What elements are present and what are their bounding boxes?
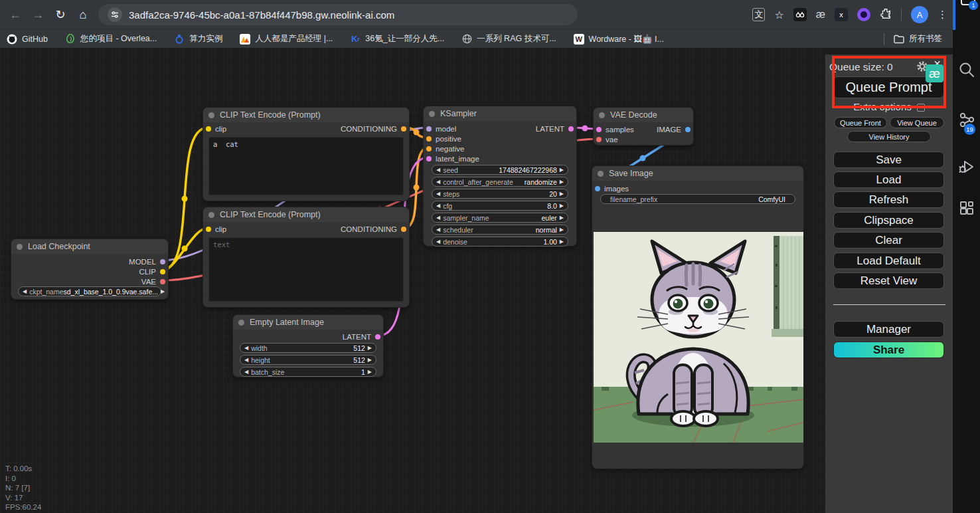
- view-history-button[interactable]: View History: [847, 131, 931, 142]
- bookmark-wordware[interactable]: W Wordware - 🖼🤖 I...: [574, 34, 664, 45]
- port-clip-out[interactable]: CLIP: [139, 268, 168, 276]
- width-widget[interactable]: ◀width512▶: [240, 343, 376, 353]
- latent-port-dot[interactable]: [568, 126, 574, 132]
- latent-port-dot[interactable]: [426, 156, 432, 161]
- node-clip-text-encode-positive[interactable]: CLIP Text Encode (Prompt) clip CONDITION…: [203, 107, 410, 201]
- port-samples-in[interactable]: samples: [594, 126, 634, 134]
- site-settings-icon[interactable]: [108, 7, 122, 22]
- collapse-dot[interactable]: [598, 171, 604, 177]
- bookmark-pm-site[interactable]: 人人都是产品经理 |...: [240, 33, 333, 45]
- forward-icon[interactable]: →: [27, 8, 49, 22]
- view-queue-button[interactable]: View Queue: [890, 117, 944, 128]
- model-port-dot[interactable]: [426, 126, 432, 132]
- port-model-out[interactable]: MODEL: [129, 258, 168, 266]
- collapse-dot[interactable]: [208, 212, 214, 218]
- node-title-bar[interactable]: CLIP Text Encode (Prompt): [203, 207, 409, 222]
- bookmark-compute-instance[interactable]: 算力实例: [174, 33, 222, 45]
- port-latent-out[interactable]: LATENT: [343, 333, 383, 341]
- vae-port-dot[interactable]: [160, 279, 165, 284]
- menu-kebab-icon[interactable]: ⋮: [938, 9, 947, 21]
- node-save-image[interactable]: Save Image images filename_prefix ComfyU…: [592, 165, 804, 469]
- control-after-generate-widget[interactable]: ◀control_after_generaterandomize▶: [432, 177, 568, 187]
- clip-port-dot[interactable]: [160, 269, 165, 274]
- extra-options-checkbox[interactable]: [917, 104, 925, 112]
- image-port-dot[interactable]: [685, 127, 691, 132]
- conditioning-port-dot[interactable]: [426, 146, 432, 152]
- clear-button[interactable]: Clear: [833, 232, 944, 249]
- collapse-dot[interactable]: [238, 320, 244, 326]
- vae-port-dot[interactable]: [596, 137, 602, 142]
- binoculars-extension-icon[interactable]: [793, 8, 807, 21]
- node-title-bar[interactable]: VAE Decode: [594, 108, 693, 122]
- cfg-widget[interactable]: ◀cfg8.0▶: [432, 201, 568, 211]
- clipspace-button[interactable]: Clipspace: [833, 212, 944, 229]
- collapse-dot[interactable]: [17, 244, 23, 250]
- port-latent-image-in[interactable]: latent_image: [424, 155, 479, 163]
- port-positive-in[interactable]: positive: [424, 135, 461, 143]
- denoise-widget[interactable]: ◀denoise1.00▶: [432, 237, 568, 247]
- blocks-sidebar-icon[interactable]: [958, 199, 975, 217]
- node-clip-text-encode-negative[interactable]: CLIP Text Encode (Prompt) clip CONDITION…: [203, 207, 410, 308]
- node-title-bar[interactable]: Empty Latent Image: [233, 315, 383, 330]
- prompt-textarea[interactable]: a cat: [208, 137, 404, 195]
- node-title-bar[interactable]: Load Checkpoint: [11, 239, 168, 254]
- address-bar[interactable]: 3adfa2ca-9746-45bc-a0a1-87b84f447b98.gw.…: [98, 4, 578, 25]
- load-default-button[interactable]: Load Default: [833, 253, 944, 269]
- sampler-name-widget[interactable]: ◀sampler_nameeuler▶: [432, 213, 568, 223]
- port-vae-in[interactable]: vae: [594, 136, 618, 144]
- conditioning-port-dot[interactable]: [401, 126, 406, 132]
- node-load-checkpoint[interactable]: Load Checkpoint MODEL CLIP VAE ◀ ckpt_na…: [11, 239, 169, 300]
- node-title-bar[interactable]: Save Image: [592, 166, 803, 181]
- height-widget[interactable]: ◀height512▶: [240, 355, 376, 365]
- collapse-dot[interactable]: [599, 112, 605, 118]
- node-graph-canvas[interactable]: Load Checkpoint MODEL CLIP VAE ◀ ckpt_na…: [0, 48, 825, 513]
- share-button[interactable]: Share: [833, 342, 944, 358]
- filename-prefix-widget[interactable]: filename_prefix ComfyUI: [600, 194, 795, 204]
- port-conditioning-out[interactable]: CONDITIONING: [341, 225, 409, 233]
- debug-run-sidebar-icon[interactable]: [958, 158, 975, 175]
- reload-icon[interactable]: ↻: [49, 7, 72, 22]
- queue-front-button[interactable]: Queue Front: [834, 117, 887, 128]
- home-icon[interactable]: ⌂: [72, 8, 94, 22]
- conditioning-port-dot[interactable]: [426, 136, 432, 142]
- clip-port-dot[interactable]: [206, 227, 211, 232]
- port-image-out[interactable]: IMAGE: [657, 126, 693, 134]
- node-title-bar[interactable]: KSampler: [424, 106, 576, 121]
- node-ksampler[interactable]: KSampler model positive negative latent_…: [423, 106, 577, 247]
- bookmark-star-icon[interactable]: ☆: [774, 9, 783, 21]
- port-model-in[interactable]: model: [424, 125, 456, 133]
- collapse-dot[interactable]: [429, 111, 435, 117]
- prev-arrow-icon[interactable]: ◀: [23, 289, 27, 294]
- translate-icon[interactable]: 文: [752, 8, 765, 21]
- latent-port-dot[interactable]: [596, 127, 602, 132]
- clip-port-dot[interactable]: [206, 126, 211, 132]
- node-vae-decode[interactable]: VAE Decode samples vae IMAGE: [593, 107, 694, 146]
- monica-extension-icon[interactable]: [857, 8, 870, 21]
- conditioning-port-dot[interactable]: [401, 227, 406, 232]
- extra-options-row[interactable]: Extra options: [825, 101, 953, 112]
- seed-widget[interactable]: ◀seed174882467222968▶: [432, 165, 568, 175]
- batch-size-widget[interactable]: ◀batch_size1▶: [240, 367, 376, 377]
- reset-view-button[interactable]: Reset View: [833, 272, 944, 289]
- port-clip-in[interactable]: clip: [203, 225, 226, 233]
- ckpt-name-widget[interactable]: ◀ ckpt_name sd_xl_base_1.0_0.9vae.safe..…: [18, 286, 161, 296]
- steps-widget[interactable]: ◀steps20▶: [432, 189, 568, 199]
- load-button[interactable]: Load: [833, 171, 944, 188]
- back-icon[interactable]: ←: [4, 8, 27, 22]
- port-latent-out[interactable]: LATENT: [536, 125, 576, 133]
- search-sidebar-icon[interactable]: [958, 61, 975, 78]
- port-negative-in[interactable]: negative: [424, 145, 464, 153]
- port-vae-out[interactable]: VAE: [141, 278, 168, 286]
- manager-button[interactable]: Manager: [833, 321, 944, 338]
- model-port-dot[interactable]: [160, 259, 165, 264]
- port-conditioning-out[interactable]: CONDITIONING: [341, 125, 409, 133]
- save-button[interactable]: Save: [833, 152, 944, 168]
- node-empty-latent-image[interactable]: Empty Latent Image LATENT ◀width512▶ ◀he…: [232, 314, 384, 377]
- bookmark-github[interactable]: GitHub: [7, 34, 48, 45]
- port-clip-in[interactable]: clip: [203, 125, 226, 133]
- latent-port-dot[interactable]: [375, 334, 380, 340]
- bookmark-overleaf[interactable]: 您的项目 - Overlea...: [65, 33, 157, 45]
- prompt-textarea-placeholder[interactable]: text: [208, 237, 404, 302]
- image-port-dot[interactable]: [595, 186, 600, 191]
- bookmark-rag[interactable]: 一系列 RAG 技术可...: [461, 33, 556, 45]
